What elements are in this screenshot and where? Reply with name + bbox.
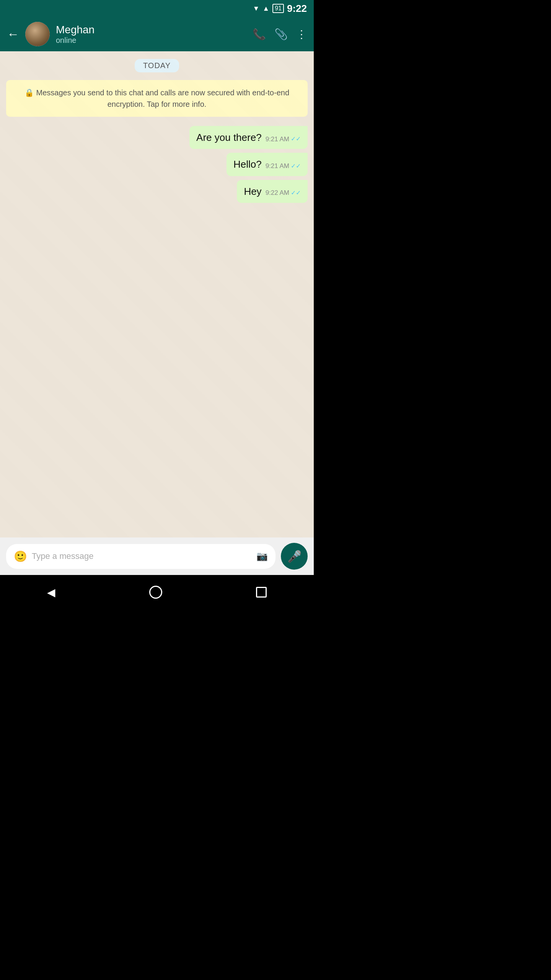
back-nav-icon[interactable]: ◀: [47, 586, 55, 599]
read-ticks: ✓✓: [291, 135, 301, 143]
emoji-icon[interactable]: 🙂: [14, 550, 27, 563]
message-time: 9:22 AM: [266, 188, 289, 198]
message-time: 9:21 AM: [266, 162, 289, 171]
call-icon[interactable]: 📞: [253, 28, 266, 41]
read-ticks: ✓✓: [291, 189, 301, 197]
background-pattern: [0, 51, 314, 537]
read-ticks: ✓✓: [291, 162, 301, 170]
camera-icon[interactable]: 📷: [256, 551, 268, 562]
avatar-image: [25, 22, 50, 46]
header-actions: 📞 📎 ⋮: [253, 28, 307, 41]
message-meta: 9:21 AM ✓✓: [266, 135, 301, 144]
message-bubble: Are you there? 9:21 AM ✓✓: [189, 126, 308, 149]
message-row: Hey 9:22 AM ✓✓: [6, 180, 308, 203]
contact-name[interactable]: Meghan: [56, 24, 246, 36]
status-time: 9:22: [287, 3, 307, 15]
chat-header: ← Meghan online 📞 📎 ⋮: [0, 17, 314, 51]
status-icons: ▼ ▲ 91 9:22: [253, 3, 307, 15]
message-row: Hello? 9:21 AM ✓✓: [6, 153, 308, 176]
home-nav-icon[interactable]: [149, 586, 162, 599]
message-placeholder[interactable]: Type a message: [32, 551, 252, 561]
battery-level: 91: [275, 5, 282, 11]
message-input-container[interactable]: 🙂 Type a message 📷: [6, 544, 276, 569]
mic-button[interactable]: 🎤: [281, 543, 308, 570]
contact-status: online: [56, 36, 246, 45]
battery-icon: 91: [272, 4, 284, 13]
input-bar: 🙂 Type a message 📷 🎤: [0, 537, 314, 575]
message-text: Hey: [244, 185, 261, 198]
message-meta: 9:22 AM ✓✓: [266, 188, 301, 198]
message-bubble: Hey 9:22 AM ✓✓: [237, 180, 308, 203]
chat-area: TODAY 🔒 Messages you send to this chat a…: [0, 51, 314, 537]
attachment-icon[interactable]: 📎: [274, 28, 288, 41]
back-button[interactable]: ←: [7, 27, 19, 41]
message-row: Are you there? 9:21 AM ✓✓: [6, 126, 308, 149]
navigation-bar: ◀: [0, 575, 314, 609]
messages-container: Are you there? 9:21 AM ✓✓ Hello? 9:21 AM…: [6, 126, 308, 203]
signal-icon: ▲: [262, 5, 269, 13]
mic-icon: 🎤: [287, 550, 302, 563]
more-options-icon[interactable]: ⋮: [296, 28, 307, 41]
message-bubble: Hello? 9:21 AM ✓✓: [227, 153, 308, 176]
contact-info: Meghan online: [56, 24, 246, 45]
wifi-icon: ▼: [253, 5, 260, 13]
message-meta: 9:21 AM ✓✓: [266, 162, 301, 171]
avatar[interactable]: [25, 22, 50, 46]
message-time: 9:21 AM: [266, 135, 289, 144]
message-text: Are you there?: [196, 131, 262, 144]
recents-nav-icon[interactable]: [256, 587, 267, 598]
message-text: Hello?: [233, 157, 262, 171]
status-bar: ▼ ▲ 91 9:22: [0, 0, 314, 17]
